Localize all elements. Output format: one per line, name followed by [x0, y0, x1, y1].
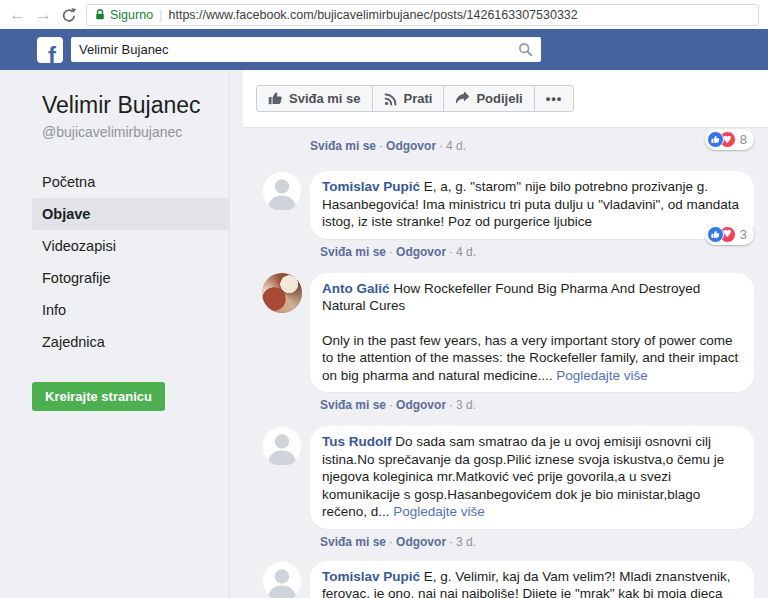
comment-author[interactable]: Tomislav Pupić: [322, 569, 420, 584]
comment-author[interactable]: Tomislav Pupić: [322, 179, 420, 194]
comment-bubble: Tomislav Pupić E, a, g. "starom" nije bi…: [310, 171, 754, 239]
comment-bubble: Tomislav Pupić E, g. Velimir, kaj da Vam…: [310, 561, 754, 598]
footer-separator: ·: [446, 398, 456, 412]
avatar[interactable]: [262, 561, 302, 598]
default-avatar-icon: [262, 171, 302, 211]
comment-footer: Sviđa mi se·Odgovor·4 d.: [310, 138, 466, 155]
comment-timestamp: 3 d.: [456, 535, 476, 549]
comment-text: Tus Rudolf Do sada sam smatrao da je u o…: [322, 434, 724, 519]
facebook-logo-icon[interactable]: f: [37, 37, 63, 63]
reaction-count: 3: [740, 227, 747, 242]
comment-body: Anto Galić How Rockefeller Found Big Pha…: [310, 273, 754, 415]
see-more-link[interactable]: Pogledajte više: [556, 368, 648, 383]
comment-like-link[interactable]: Sviđa mi se: [320, 535, 386, 549]
sidebar-item-info[interactable]: Info: [32, 294, 229, 326]
comment-row: Tomislav Pupić E, a, g. "starom" nije bi…: [230, 171, 768, 261]
comment-footer: Sviđa mi se·Odgovor·3 d.: [320, 397, 754, 414]
comment-reply-link[interactable]: Odgovor: [396, 398, 446, 412]
sidebar-item-fotografije[interactable]: Fotografije: [32, 262, 229, 294]
comment-body: Tus Rudolf Do sada sam smatrao da je u o…: [310, 426, 754, 551]
comment-row-partial: Sviđa mi se·Odgovor·4 d.♥8: [230, 138, 768, 155]
avatar[interactable]: [262, 426, 302, 466]
comment-timestamp: 4 d.: [456, 245, 476, 259]
create-page-button[interactable]: Kreirajte stranicu: [32, 382, 165, 411]
page-title[interactable]: Velimir Bujanec: [0, 92, 229, 119]
comment-text-more: Only in the past few years, has a very i…: [322, 332, 742, 385]
security-indicator[interactable]: Sigurno: [95, 8, 153, 22]
comment-reply-link[interactable]: Odgovor: [386, 139, 436, 153]
footer-separator: ·: [386, 535, 396, 549]
footer-separator: ·: [386, 245, 396, 259]
page-body: Velimir Bujanec @bujicavelimirbujanec Po…: [0, 70, 768, 598]
browser-toolbar: ← → Sigurno | https://www.facebook.com/b…: [0, 0, 768, 29]
padlock-icon: [95, 8, 105, 21]
comment-author[interactable]: Tus Rudolf: [322, 434, 391, 449]
main-column: Sviđa mi se Prati Podijeli •••: [230, 70, 768, 598]
sidebar-nav: PočetnaObjaveVideozapisiFotografijeInfoZ…: [0, 166, 229, 358]
comment-body: Tomislav Pupić E, g. Velimir, kaj da Vam…: [310, 561, 754, 598]
comment-like-link[interactable]: Sviđa mi se: [320, 398, 386, 412]
comment-footer: Sviđa mi se·Odgovor·3 d.: [320, 534, 754, 551]
comment-text: Tomislav Pupić E, a, g. "starom" nije bi…: [322, 179, 739, 229]
avatar[interactable]: [262, 171, 302, 211]
reaction-badge[interactable]: ♥3: [705, 224, 754, 245]
comment-like-link[interactable]: Sviđa mi se: [310, 139, 376, 153]
back-icon[interactable]: ←: [9, 6, 26, 23]
magnifier-icon: [518, 42, 533, 57]
comment-timestamp: 4 d.: [446, 139, 466, 153]
sidebar-item-objave[interactable]: Objave: [32, 198, 229, 230]
footer-separator: ·: [446, 245, 456, 259]
like-reaction-icon: [711, 135, 720, 144]
default-avatar-icon: [262, 426, 302, 466]
footer-separator: ·: [436, 139, 446, 153]
comment-reply-link[interactable]: Odgovor: [396, 245, 446, 259]
see-more-link[interactable]: Pogledajte više: [393, 504, 485, 519]
follow-button[interactable]: Prati: [372, 85, 445, 112]
search-box: [71, 37, 541, 62]
comment-row: Anto Galić How Rockefeller Found Big Pha…: [230, 273, 768, 415]
url-text: https://www.facebook.com/bujicavelimirbu…: [168, 8, 577, 22]
comment-text: Anto Galić How Rockefeller Found Big Pha…: [322, 281, 700, 314]
like-reaction-icon: [707, 226, 724, 243]
search-button[interactable]: [509, 37, 541, 62]
follow-rss-icon: [384, 92, 398, 106]
comment-reply-link[interactable]: Odgovor: [396, 535, 446, 549]
post-action-buttons: Sviđa mi se Prati Podijeli •••: [256, 85, 574, 112]
reaction-count: 8: [740, 132, 747, 147]
comment-bubble: Anto Galić How Rockefeller Found Big Pha…: [310, 273, 754, 393]
page-handle: @bujicavelimirbujanec: [0, 124, 229, 140]
reload-icon[interactable]: [61, 7, 77, 23]
like-button[interactable]: Sviđa mi se: [256, 85, 373, 112]
address-bar[interactable]: Sigurno | https://www.facebook.com/bujic…: [86, 4, 759, 26]
sidebar-item-zajednica[interactable]: Zajednica: [32, 326, 229, 358]
footer-separator: ·: [446, 535, 456, 549]
search-input[interactable]: [71, 37, 509, 62]
ellipsis-icon: •••: [546, 91, 563, 106]
comment-author[interactable]: Anto Galić: [322, 281, 390, 296]
facebook-header: f: [0, 29, 768, 70]
sidebar-item-pocetna[interactable]: Početna: [32, 166, 229, 198]
post-actions-card: Sviđa mi se Prati Podijeli •••: [243, 70, 768, 128]
like-reaction-icon: [711, 230, 720, 239]
like-reaction-icon: [707, 131, 724, 148]
comment-row: Tomislav Pupić E, g. Velimir, kaj da Vam…: [230, 561, 768, 598]
footer-separator: ·: [376, 139, 386, 153]
comment-like-link[interactable]: Sviđa mi se: [320, 245, 386, 259]
comments-section: Sviđa mi se·Odgovor·4 d.♥8Tomislav Pupić…: [230, 128, 768, 598]
forward-icon[interactable]: →: [35, 6, 52, 23]
comment-footer: Sviđa mi se·Odgovor·4 d.: [320, 244, 754, 261]
comment-text: Tomislav Pupić E, g. Velimir, kaj da Vam…: [322, 569, 730, 598]
sidebar-item-videozapisi[interactable]: Videozapisi: [32, 230, 229, 262]
avatar[interactable]: [262, 273, 302, 313]
share-button[interactable]: Podijeli: [443, 85, 534, 112]
thumbs-up-icon: [268, 91, 283, 106]
comment-body: Tomislav Pupić E, a, g. "starom" nije bi…: [310, 171, 754, 261]
comment-timestamp: 3 d.: [456, 398, 476, 412]
default-avatar-icon: [262, 561, 302, 598]
reaction-badge[interactable]: ♥8: [705, 129, 754, 150]
comment-bubble: Tus Rudolf Do sada sam smatrao da je u o…: [310, 426, 754, 529]
comment-row: Tus Rudolf Do sada sam smatrao da je u o…: [230, 426, 768, 551]
sidebar: Velimir Bujanec @bujicavelimirbujanec Po…: [0, 70, 230, 598]
share-arrow-icon: [455, 91, 470, 106]
more-options-button[interactable]: •••: [534, 85, 575, 112]
